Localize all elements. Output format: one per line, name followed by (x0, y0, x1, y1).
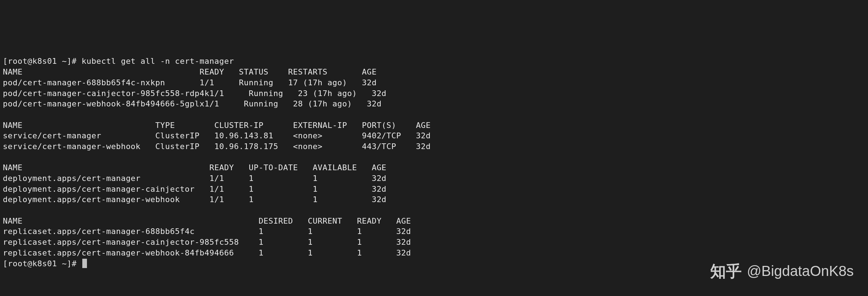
zhihu-logo-icon: 知乎 (710, 261, 742, 282)
shell-prompt: [root@k8s01 ~]# (3, 259, 82, 268)
command-text: kubectl get all -n cert-manager (82, 57, 234, 66)
shell-prompt: [root@k8s01 ~]# (3, 57, 82, 66)
services-table: NAME TYPE CLUSTER-IP EXTERNAL-IP PORT(S)… (3, 121, 431, 151)
cursor (82, 259, 87, 268)
watermark-handle: @BigdataOnK8s (747, 261, 854, 281)
deployments-table: NAME READY UP-TO-DATE AVAILABLE AGE depl… (3, 163, 386, 204)
terminal-output[interactable]: [root@k8s01 ~]# kubectl get all -n cert-… (3, 46, 865, 269)
pods-table: NAME READY STATUS RESTARTS AGE pod/cert-… (3, 67, 386, 108)
replicasets-table: NAME DESIRED CURRENT READY AGE replicase… (3, 216, 411, 257)
watermark: 知乎 @BigdataOnK8s (710, 261, 854, 282)
